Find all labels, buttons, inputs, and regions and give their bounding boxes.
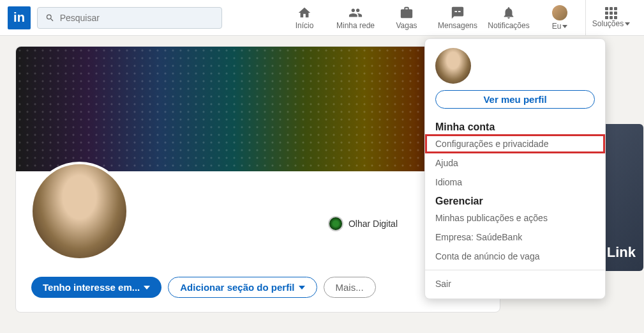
me-dropdown: Ver meu perfil Minha conta Configurações… (424, 38, 606, 299)
search-box[interactable] (37, 7, 222, 29)
company-logo-icon (328, 216, 343, 231)
nav-network-label: Minha rede (336, 21, 375, 30)
nav-jobs-label: Vagas (396, 21, 417, 30)
search-input[interactable] (60, 13, 214, 23)
language-link[interactable]: Idioma (425, 173, 605, 192)
notifications-icon (502, 6, 516, 20)
nav-me[interactable]: Eu (534, 0, 585, 36)
settings-privacy-link[interactable]: Configurações e privacidade (425, 134, 605, 153)
manage-section-header: Gerenciar (425, 192, 605, 208)
more-button[interactable]: Mais... (324, 277, 376, 298)
nav-network[interactable]: Minha rede (330, 0, 381, 36)
avatar-icon (552, 5, 567, 20)
view-profile-button[interactable]: Ver meu perfil (435, 90, 595, 109)
nav-home[interactable]: Início (279, 0, 330, 36)
linkedin-logo[interactable]: in (8, 6, 31, 29)
nav-solutions-label: Soluções (592, 19, 630, 28)
account-section-header: Minha conta (425, 118, 605, 134)
network-icon (348, 6, 363, 20)
current-company[interactable]: Olhar Digital (328, 216, 398, 231)
dropdown-header (425, 39, 605, 90)
divider (425, 270, 605, 270)
profile-actions: Tenho interesse em... Adicionar seção do… (31, 277, 376, 298)
search-icon (45, 13, 55, 23)
interest-button[interactable]: Tenho interesse em... (31, 277, 161, 298)
job-posting-link[interactable]: Conta de anúncio de vaga (425, 247, 605, 266)
company-page-link[interactable]: Empresa: SaúdeBank (425, 228, 605, 247)
global-header: in Início Minha rede Vagas Mensagens Not… (0, 0, 644, 36)
primary-nav: Início Minha rede Vagas Mensagens Notifi… (279, 0, 636, 36)
company-name: Olhar Digital (348, 219, 398, 229)
help-link[interactable]: Ajuda (425, 153, 605, 173)
nav-messages[interactable]: Mensagens (432, 0, 483, 36)
chevron-down-icon (299, 286, 305, 290)
apps-grid-icon (605, 7, 617, 19)
sign-out-link[interactable]: Sair (425, 274, 605, 293)
home-icon (297, 6, 311, 20)
profile-photo[interactable] (30, 162, 129, 261)
nav-me-label: Eu (552, 22, 568, 31)
dropdown-avatar[interactable] (435, 48, 471, 84)
nav-notifications[interactable]: Notificações (483, 0, 534, 36)
posts-activity-link[interactable]: Minhas publicações e ações (425, 208, 605, 228)
nav-jobs[interactable]: Vagas (381, 0, 432, 36)
messages-icon (451, 6, 465, 20)
nav-solutions[interactable]: Soluções (585, 0, 636, 36)
chevron-down-icon (144, 286, 150, 290)
nav-notifications-label: Notificações (488, 21, 529, 30)
jobs-icon (400, 6, 414, 20)
nav-home-label: Início (296, 21, 314, 30)
add-section-button[interactable]: Adicionar seção do perfil (168, 277, 317, 298)
ad-brand: Link (607, 244, 636, 261)
nav-messages-label: Mensagens (438, 21, 477, 30)
